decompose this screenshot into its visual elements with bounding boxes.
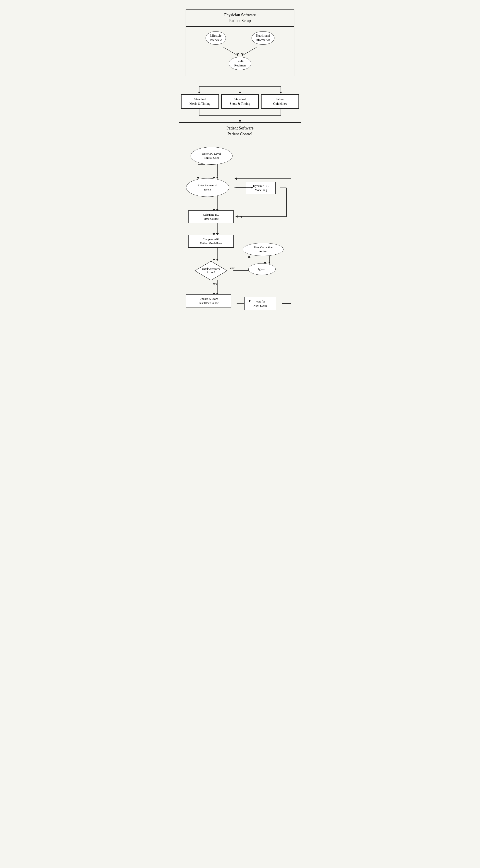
standard-shots-box: StandardShots & Timing (221, 94, 259, 108)
svg-marker-34 (234, 178, 236, 180)
top-ellipses: LifestyleInterview NutritionalInformatio… (193, 31, 287, 44)
svg-line-0 (223, 47, 238, 56)
svg-marker-65 (240, 216, 242, 218)
patient-title: Patient Software Patient Control (179, 123, 301, 140)
need-corrective-diamond: Need CorrectiveAction? (194, 260, 228, 281)
svg-marker-52 (234, 178, 236, 180)
svg-marker-7 (198, 92, 200, 94)
dynamic-bg-box: Dynamic BGModelling (246, 182, 276, 194)
physician-title: Physician Software Patient Setup (186, 9, 294, 27)
svg-marker-16 (238, 120, 242, 122)
physician-inner: LifestyleInterview NutritionalInformatio… (186, 27, 294, 76)
arrow-physician-down (181, 76, 299, 94)
insulin-ellipse: InsulinRegimen (229, 57, 252, 70)
update-store-box: Update & StoreBG Time Course (186, 294, 231, 308)
lifestyle-ellipse: LifestyleInterview (205, 31, 226, 44)
patient-outer-box: Patient Software Patient Control (179, 122, 301, 358)
no-label: NO (213, 282, 217, 286)
wait-next-event-box: Wait forNext Event (244, 297, 276, 310)
calculate-bg-box: Calculate BGTime Course (188, 210, 234, 223)
diamond-label: Need CorrectiveAction? (194, 260, 228, 281)
patient-flow-area: Enter BG Level(Initial Use) Enter Sequen… (179, 140, 301, 358)
standard-meals-box: StandardMeals & Timing (181, 94, 219, 108)
svg-marker-9 (238, 92, 242, 94)
arrows-to-insulin (211, 47, 269, 56)
svg-marker-1 (236, 53, 239, 56)
fan-out-svg (181, 81, 299, 94)
svg-marker-74 (248, 255, 250, 257)
svg-line-2 (242, 47, 257, 56)
take-corrective-ellipse: Take CorrectiveAction (243, 243, 284, 256)
yes-label: YES (230, 267, 234, 270)
svg-marker-20 (216, 177, 219, 179)
compare-box: Compare withPatient Guidelines (188, 235, 234, 248)
physician-box: Physician Software Patient Setup Lifesty… (186, 9, 294, 76)
enter-bg-ellipse: Enter BG Level(Initial Use) (191, 147, 232, 165)
diagram-container: Physician Software Patient Setup Lifesty… (172, 9, 308, 358)
svg-marker-11 (280, 92, 282, 94)
patient-guidelines-box: PatientGuidelines (261, 94, 299, 108)
svg-marker-76 (268, 262, 271, 264)
svg-marker-3 (241, 53, 244, 56)
fan-in-svg (181, 108, 299, 122)
enter-sequential-ellipse: Enter SequentialEvent (186, 178, 229, 197)
three-boxes-row: StandardMeals & Timing StandardShots & T… (181, 94, 299, 108)
ignore-ellipse: Ignore (248, 263, 276, 275)
nutritional-ellipse: NutritionalInformation (252, 31, 275, 44)
svg-marker-26 (235, 215, 237, 218)
